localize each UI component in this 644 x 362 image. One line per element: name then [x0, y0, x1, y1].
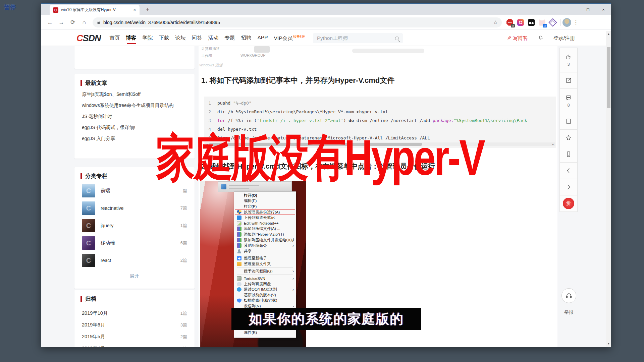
nav-item-1[interactable]: 首页 [110, 31, 120, 45]
context-menu-item[interactable]: 以管理员身份运行(A) [235, 209, 295, 215]
bookmark-star-icon[interactable]: ☆ [493, 19, 498, 25]
context-menu-item[interactable]: 添加到压缩文件并发送给QQ好友 [235, 237, 295, 243]
nav-item-8[interactable]: 专题 [225, 31, 235, 45]
search-input[interactable] [317, 36, 395, 41]
star-icon [565, 134, 572, 141]
article-action-bar: 3 8 [559, 48, 578, 212]
contents-button[interactable] [559, 113, 578, 130]
menu-item-label: 还原以前的版本(V) [244, 293, 294, 298]
nav-item-11[interactable]: VIP会员续费8折 [274, 31, 305, 45]
context-menu-item[interactable]: 属性(R) [235, 330, 295, 336]
browser-menu-icon[interactable]: ⋮ [571, 19, 581, 25]
home-button[interactable]: ⌂ [79, 17, 89, 27]
category-row[interactable]: Creact2篇 [74, 252, 195, 269]
category-row[interactable]: Creactnative7篇 [74, 199, 195, 217]
context-menu-item[interactable]: 授予访问权限(G)› [235, 268, 295, 274]
context-menu-item[interactable]: 添加到压缩文件(A) ... [235, 226, 295, 232]
camera-extension-icon [517, 19, 524, 26]
lock-icon [97, 20, 101, 25]
minimize-button[interactable]: – [565, 4, 580, 15]
recent-article-link[interactable]: JS 毫秒倒计时 [74, 111, 195, 122]
context-menu-item[interactable]: Edit with Notepad++ [235, 221, 295, 226]
menu-item-label: 共享 [244, 249, 294, 254]
notification-bell-icon[interactable] [537, 35, 544, 42]
context-menu-item[interactable]: 编辑(E) [235, 198, 295, 204]
csdn-logo[interactable]: CSDN [76, 33, 101, 44]
archive-count: 4篇 [180, 346, 187, 347]
folder-menu-icon [237, 262, 241, 266]
none-menu-icon [237, 204, 241, 209]
context-menu-item[interactable]: 整理至新格子 [235, 256, 295, 261]
report-link[interactable]: 举报 [559, 309, 578, 315]
nav-item-2[interactable]: 博客 [126, 31, 137, 45]
context-menu-item[interactable]: 共享 [235, 248, 295, 254]
address-bar[interactable]: blog.csdn.net/weixin_37695006/article/de… [93, 17, 502, 27]
scroll-up-icon[interactable]: ▲ [606, 32, 611, 37]
back-button[interactable]: ← [45, 17, 55, 27]
extension-dark[interactable] [527, 18, 536, 27]
extension-cube[interactable] [548, 18, 557, 27]
reload-button[interactable]: ⟳ [68, 17, 78, 27]
nav-item-4[interactable]: 下载 [159, 31, 169, 45]
scroll-down-icon[interactable]: ▼ [606, 341, 611, 346]
customer-service-button[interactable] [561, 288, 576, 303]
search-box[interactable] [313, 33, 403, 43]
login-register-link[interactable]: 登录/注册 [553, 35, 575, 42]
context-menu-item[interactable]: 打开(O) [235, 193, 295, 198]
mobile-view-button[interactable] [559, 146, 578, 163]
recent-article-link[interactable]: windows系统使用tree命令生成项目目录结构 [74, 100, 195, 111]
context-menu-item[interactable]: 还原以前的版本(V) [235, 292, 295, 298]
video-watermark-text: 家庭版没有Hyper-V [156, 129, 484, 187]
archive-row[interactable]: 2019年4月4篇 [74, 343, 195, 347]
archive-row[interactable]: 2019年6月3篇 [74, 319, 195, 331]
category-count: 2篇 [180, 257, 187, 263]
write-blog-button[interactable]: ✎写博客 [507, 35, 528, 42]
nav-item-5[interactable]: 论坛 [175, 31, 186, 45]
extension-adblock[interactable]: ABP 11 [505, 18, 514, 27]
extension-camera[interactable] [516, 18, 525, 27]
context-menu-item[interactable]: 扫描病毒(电脑管家) [235, 298, 295, 304]
context-menu-item[interactable]: 打印(P) [235, 204, 295, 209]
nav-item-10[interactable]: APP [258, 31, 268, 45]
reward-button[interactable]: 赏 [559, 195, 578, 212]
scroll-right-icon[interactable]: ▸ [551, 143, 555, 146]
category-count: 6篇 [180, 240, 187, 246]
nav-item-9[interactable]: 招聘 [241, 31, 252, 45]
expand-link[interactable]: 展开 [74, 269, 195, 285]
context-menu-item[interactable]: 上传到百度网盘 [235, 281, 295, 287]
comment-button[interactable]: 8 [559, 88, 578, 113]
prev-article-button[interactable] [559, 162, 578, 179]
forward-button[interactable]: → [56, 17, 66, 27]
tshield-menu-icon [237, 298, 241, 303]
recent-article-link[interactable]: 原生js实现$on、$emit和$off [74, 89, 195, 100]
browser-tab[interactable]: C win10 家庭中文版没有Hyper-V × [50, 5, 140, 15]
next-article-button[interactable] [559, 179, 578, 195]
extension-cat[interactable]: 16 [538, 18, 546, 27]
profile-avatar[interactable] [562, 18, 571, 27]
close-button[interactable]: × [596, 4, 611, 15]
category-row[interactable]: Cjquery1篇 [74, 217, 195, 234]
nav-item-7[interactable]: 活动 [208, 31, 219, 45]
video-pause-label[interactable]: 暂停 [4, 3, 15, 11]
archive-row[interactable]: 2019年5月2篇 [74, 331, 195, 343]
favorite-button[interactable] [559, 129, 578, 146]
scrollbar-thumb[interactable] [607, 47, 610, 108]
nav-item-6[interactable]: 问答 [192, 31, 202, 45]
maximize-button[interactable]: □ [580, 4, 596, 15]
category-row[interactable]: C移动端6篇 [74, 234, 195, 252]
context-menu-item[interactable]: 添加到 "Hyper-V.zip"(T) [235, 232, 295, 237]
tab-close-icon[interactable]: × [132, 7, 137, 12]
context-menu-item[interactable]: 通过QQ/TIM发送到› [235, 287, 295, 293]
search-icon[interactable] [395, 37, 399, 40]
context-menu-item[interactable]: TortoiseSVN› [235, 276, 295, 281]
like-button[interactable]: 3 [559, 48, 578, 72]
share-button[interactable] [559, 72, 578, 89]
nav-right-group: ✎写博客 登录/注册 [507, 35, 575, 42]
context-menu-item[interactable]: 整理至新文件夹 [235, 261, 295, 267]
context-menu-item[interactable]: 上传到有道云笔记 [235, 215, 295, 221]
context-menu-item[interactable]: 其他压缩命令› [235, 243, 295, 248]
page-scrollbar[interactable]: ▲ ▼ [606, 31, 611, 347]
new-tab-button[interactable]: + [144, 5, 152, 13]
nav-item-3[interactable]: 学院 [143, 31, 153, 45]
archive-row[interactable]: 2019年10月1篇 [74, 307, 195, 319]
